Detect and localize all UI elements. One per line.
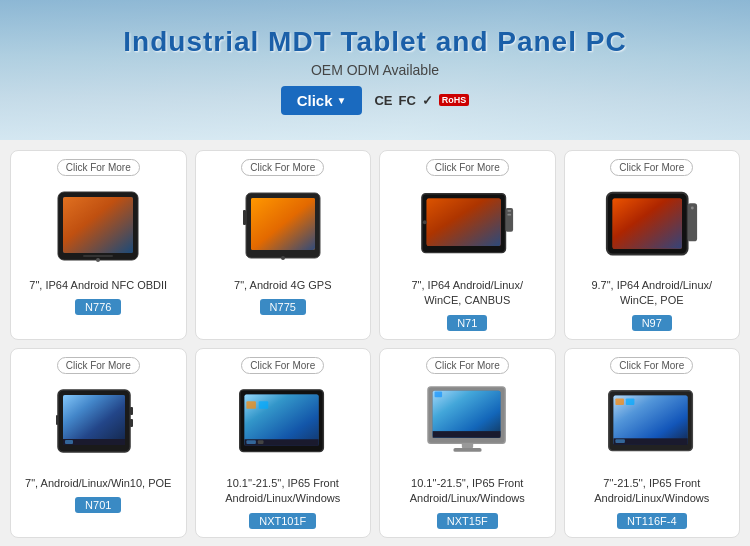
svg-rect-19: [613, 199, 682, 249]
product-card-n701: Click For More: [10, 348, 187, 538]
svg-rect-27: [130, 407, 133, 415]
product-model-n97: N97: [632, 315, 672, 331]
svg-rect-24: [63, 395, 125, 445]
tablet-icon-n97: [604, 187, 699, 267]
svg-rect-51: [626, 398, 635, 405]
product-image-n775: [204, 182, 363, 272]
svg-point-9: [281, 256, 285, 260]
tablet-icon-n775: [238, 190, 328, 265]
ce-badge: CE: [374, 93, 392, 108]
product-card-nxt15f: Click For More: [379, 348, 556, 538]
header-content: Industrial MDT Tablet and Panel PC OEM O…: [123, 26, 626, 78]
svg-rect-36: [247, 401, 257, 409]
product-model-nxt101f: NXT101F: [249, 513, 316, 529]
rohs-badge: RoHS: [439, 94, 470, 106]
svg-rect-44: [434, 391, 442, 397]
product-image-nxt101f: [204, 380, 363, 470]
svg-rect-8: [243, 210, 246, 225]
svg-rect-42: [462, 443, 473, 448]
product-model-n776: N776: [75, 299, 121, 315]
svg-rect-35: [258, 440, 264, 444]
tablet-icon-nxt101f: [235, 385, 330, 465]
svg-point-21: [691, 207, 694, 210]
card-label-nt116f4[interactable]: Click For More: [610, 357, 693, 374]
product-desc-nxt101f: 10.1''-21.5'', IP65 FrontAndroid/Linux/W…: [225, 476, 340, 507]
click-button[interactable]: Click ▼: [281, 86, 363, 115]
tablet-icon-n71: [420, 187, 515, 267]
product-image-n701: [19, 380, 178, 470]
product-row-1: Click For More: [10, 150, 740, 340]
fc-badge: FC: [398, 93, 415, 108]
product-grid: Click For More: [0, 140, 750, 546]
product-desc-n97: 9.7", IP64 Android/Linux/WinCE, POE: [591, 278, 712, 309]
svg-rect-26: [65, 440, 73, 444]
svg-rect-34: [247, 440, 257, 444]
product-desc-nt116f4: 7''-21.5'', IP65 FrontAndroid/Linux/Wind…: [594, 476, 709, 507]
svg-rect-28: [130, 419, 133, 427]
product-desc-n775: 7", Android 4G GPS: [234, 278, 331, 293]
card-label-n97[interactable]: Click For More: [610, 159, 693, 176]
svg-point-3: [96, 258, 100, 262]
tablet-icon-nt116f4: [604, 385, 699, 465]
svg-rect-12: [426, 199, 500, 247]
click-label: Click: [297, 92, 333, 109]
header: Industrial MDT Tablet and Panel PC OEM O…: [0, 0, 750, 140]
tablet-icon-nxt15f: [420, 385, 515, 465]
svg-rect-49: [616, 439, 626, 443]
svg-rect-43: [453, 448, 481, 452]
product-model-n71: N71: [447, 315, 487, 331]
header-subtitle: OEM ODM Available: [123, 62, 626, 78]
product-desc-n776: 7", IP64 Android NFC OBDII: [29, 278, 167, 293]
card-label-nxt101f[interactable]: Click For More: [241, 357, 324, 374]
tablet-icon-n701: [53, 387, 143, 462]
card-label-nxt15f[interactable]: Click For More: [426, 357, 509, 374]
svg-rect-15: [507, 214, 511, 216]
cert-badges: CE FC ✓ RoHS: [374, 93, 469, 108]
svg-rect-41: [432, 431, 500, 438]
svg-rect-4: [83, 255, 113, 257]
svg-rect-40: [432, 390, 500, 437]
product-desc-n701: 7", Android/Linux/Win10, POE: [25, 476, 171, 491]
tablet-icon-n776: [53, 190, 143, 265]
product-row-2: Click For More: [10, 348, 740, 538]
card-label-n775[interactable]: Click For More: [241, 159, 324, 176]
product-image-n776: [19, 182, 178, 272]
svg-rect-50: [616, 398, 625, 405]
product-desc-nxt15f: 10.1''-21.5'', IP65 FrontAndroid/Linux/W…: [410, 476, 525, 507]
product-card-nt116f4: Click For More: [564, 348, 741, 538]
product-card-n97: Click For More: [564, 150, 741, 340]
card-label-n71[interactable]: Click For More: [426, 159, 509, 176]
card-label-n776[interactable]: Click For More: [57, 159, 140, 176]
svg-rect-2: [63, 197, 133, 253]
svg-rect-7: [251, 198, 315, 250]
product-desc-n71: 7", IP64 Android/Linux/WinCE, CANBUS: [411, 278, 523, 309]
svg-rect-14: [507, 210, 511, 212]
page-title: Industrial MDT Tablet and Panel PC: [123, 26, 626, 58]
product-image-nxt15f: [388, 380, 547, 470]
product-model-nt116f4: NT116F-4: [617, 513, 687, 529]
arrow-down-icon: ▼: [337, 95, 347, 106]
product-model-nxt15f: NXT15F: [437, 513, 498, 529]
product-card-nxt101f: Click For More: [195, 348, 372, 538]
product-card-n775: Click For More: [195, 150, 372, 340]
svg-rect-37: [259, 401, 269, 409]
product-model-n775: N775: [260, 299, 306, 315]
product-image-n71: [388, 182, 547, 272]
header-bottom: Click ▼ CE FC ✓ RoHS: [281, 86, 470, 115]
product-image-nt116f4: [573, 380, 732, 470]
product-card-n71: Click For More: [379, 150, 556, 340]
svg-rect-47: [614, 395, 688, 444]
card-label-n701[interactable]: Click For More: [57, 357, 140, 374]
product-image-n97: [573, 182, 732, 272]
check-badge: ✓: [422, 93, 433, 108]
product-card-n776: Click For More: [10, 150, 187, 340]
svg-rect-29: [56, 415, 58, 425]
product-model-n701: N701: [75, 497, 121, 513]
svg-point-16: [423, 220, 427, 224]
